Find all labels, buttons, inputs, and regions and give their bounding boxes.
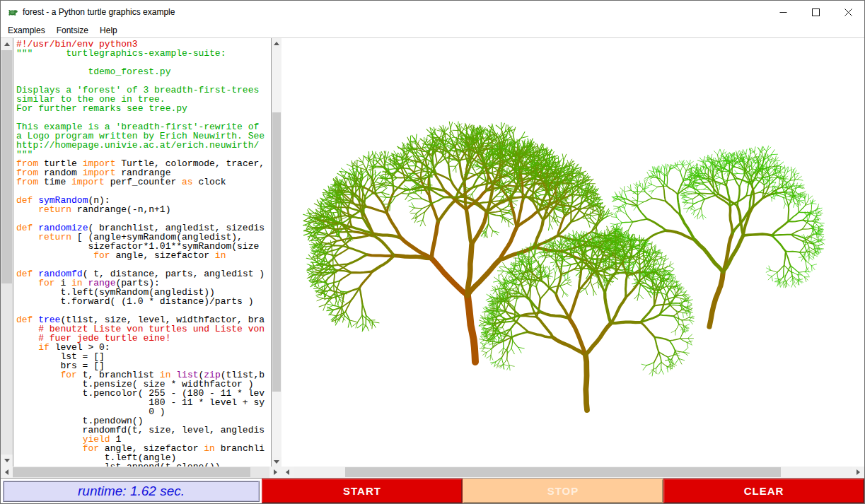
- window-title: forest - a Python turtle graphics exampl…: [23, 7, 175, 17]
- clear-button[interactable]: CLEAR: [663, 479, 864, 503]
- stop-button[interactable]: STOP: [463, 479, 663, 503]
- start-button[interactable]: START: [262, 479, 463, 503]
- turtle-icon: [7, 6, 18, 18]
- minimize-icon[interactable]: [767, 1, 799, 23]
- main-area: #!/usr/bin/env python3""" turtlegraphics…: [1, 38, 864, 467]
- runtime-label: runtime: 1.62 sec.: [3, 481, 260, 502]
- menu-examples[interactable]: Examples: [2, 24, 51, 37]
- code-horizontal-scrollbar[interactable]: [1, 467, 281, 478]
- code-hscroll-thumb[interactable]: [13, 467, 250, 477]
- turtle-canvas: [281, 38, 864, 467]
- scroll-up-icon[interactable]: [272, 38, 281, 48]
- scroll-right-icon[interactable]: [269, 467, 281, 478]
- canvas-horizontal-scrollbar[interactable]: [281, 467, 864, 478]
- menu-help[interactable]: Help: [94, 24, 123, 37]
- maximize-icon[interactable]: [799, 1, 832, 23]
- scrollbar-row: [1, 467, 864, 479]
- scroll-up-icon[interactable]: [1, 38, 13, 50]
- close-icon[interactable]: [832, 1, 864, 23]
- menu-fontsize[interactable]: Fontsize: [51, 24, 94, 37]
- code-vertical-scrollbar[interactable]: [1, 38, 13, 467]
- canvas-vscroll-thumb[interactable]: [272, 112, 281, 392]
- control-bar: runtime: 1.62 sec. START STOP CLEAR: [1, 479, 864, 503]
- code-editor[interactable]: #!/usr/bin/env python3""" turtlegraphics…: [13, 38, 272, 467]
- canvas-vertical-scrollbar[interactable]: [272, 38, 281, 467]
- scroll-right-icon[interactable]: [852, 467, 864, 478]
- scroll-left-icon[interactable]: [281, 467, 294, 478]
- app-window: forest - a Python turtle graphics exampl…: [0, 0, 865, 504]
- menu-bar: Examples Fontsize Help: [1, 23, 864, 38]
- forest-drawing: [281, 38, 864, 467]
- code-vscroll-thumb[interactable]: [1, 50, 12, 283]
- canvas-hscroll-thumb[interactable]: [345, 467, 781, 477]
- scroll-down-icon[interactable]: [272, 457, 281, 467]
- scroll-down-icon[interactable]: [1, 455, 13, 467]
- scroll-left-icon[interactable]: [1, 467, 13, 478]
- window-controls: [767, 1, 864, 23]
- title-bar: forest - a Python turtle graphics exampl…: [1, 1, 864, 23]
